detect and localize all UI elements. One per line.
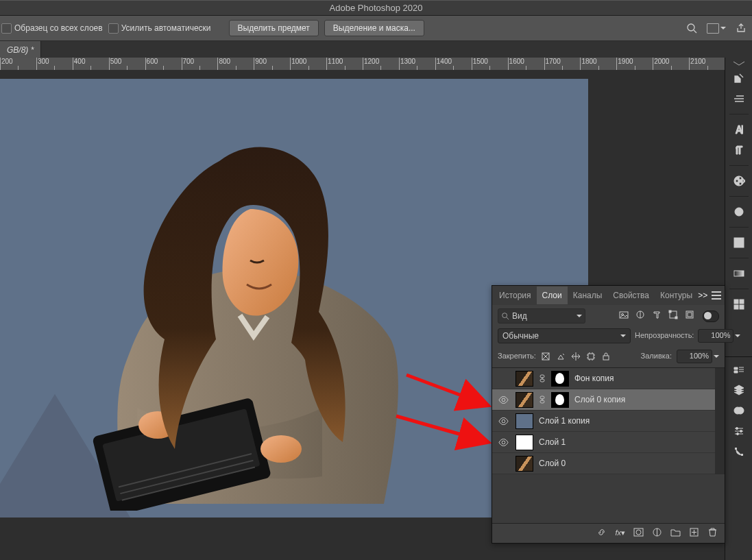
tab-channels[interactable]: Каналы bbox=[568, 287, 608, 304]
lock-artboard-icon[interactable] bbox=[586, 352, 596, 362]
collapse-panels-icon[interactable] bbox=[725, 60, 752, 67]
character-icon[interactable] bbox=[729, 120, 749, 139]
paragraph-icon[interactable] bbox=[729, 141, 749, 160]
blend-mode-select[interactable]: Обычные bbox=[498, 328, 631, 343]
swatches-icon[interactable] bbox=[729, 171, 749, 191]
visibility-toggle[interactable] bbox=[496, 416, 510, 426]
lock-position-icon[interactable] bbox=[571, 352, 581, 362]
document-tab[interactable]: GB/8) * bbox=[0, 41, 41, 59]
document-tab-label: GB/8) * bbox=[7, 45, 34, 55]
new-group-icon[interactable] bbox=[670, 527, 681, 539]
opacity-input[interactable]: 100% bbox=[698, 329, 740, 343]
brushes-icon[interactable] bbox=[729, 69, 749, 88]
gradient-icon[interactable] bbox=[729, 264, 749, 283]
checkbox-icon bbox=[1, 23, 12, 34]
collapse-panel-button[interactable]: >> bbox=[698, 291, 707, 300]
svg-point-15 bbox=[736, 428, 738, 430]
layer-thumbnail[interactable] bbox=[516, 371, 533, 387]
lock-image-icon[interactable] bbox=[556, 352, 566, 362]
svg-point-35 bbox=[502, 398, 505, 402]
delete-layer-icon[interactable] bbox=[707, 527, 718, 539]
photo-subject bbox=[75, 120, 425, 511]
layer-thumbnail[interactable] bbox=[516, 456, 533, 472]
layers-panel[interactable]: История Слои Каналы Свойства Контуры >> … bbox=[492, 285, 725, 544]
svg-rect-9 bbox=[734, 300, 738, 304]
layer-style-icon[interactable]: fx▾ bbox=[615, 528, 625, 537]
layers-stack-icon[interactable] bbox=[729, 380, 749, 400]
filter-type-icon[interactable] bbox=[652, 310, 662, 321]
layer-row[interactable]: Слой 1 bbox=[492, 432, 725, 453]
select-subject-button[interactable]: Выделить предмет bbox=[229, 20, 319, 36]
adjustment-layer-icon[interactable] bbox=[652, 527, 662, 539]
layer-thumbnail[interactable] bbox=[516, 413, 533, 429]
learn-icon[interactable] bbox=[729, 360, 749, 379]
visibility-toggle[interactable] bbox=[496, 374, 510, 384]
layer-thumbnail[interactable] bbox=[516, 392, 533, 408]
layer-thumbnail[interactable] bbox=[516, 435, 533, 450]
filter-smart-icon[interactable] bbox=[685, 310, 694, 321]
tab-properties[interactable]: Свойства bbox=[607, 287, 655, 304]
patterns-icon[interactable] bbox=[729, 295, 749, 314]
tab-history[interactable]: История bbox=[494, 287, 537, 304]
document-arrange-dropdown[interactable] bbox=[707, 23, 726, 34]
layer-name[interactable]: Слой 1 копия bbox=[539, 416, 590, 426]
layer-mask-thumbnail[interactable] bbox=[551, 392, 569, 408]
properties-icon[interactable] bbox=[729, 422, 749, 441]
layer-name[interactable]: Слой 0 копия bbox=[574, 395, 625, 404]
filter-adjust-icon[interactable] bbox=[635, 310, 645, 321]
svg-rect-10 bbox=[740, 300, 744, 304]
share-icon[interactable] bbox=[736, 23, 747, 34]
layer-row[interactable]: Фон копия bbox=[492, 368, 725, 389]
visibility-toggle[interactable] bbox=[496, 437, 510, 448]
visibility-toggle[interactable] bbox=[496, 395, 510, 405]
new-layer-icon[interactable] bbox=[689, 527, 699, 539]
paths-icon[interactable] bbox=[729, 442, 749, 461]
filter-shape-icon[interactable] bbox=[668, 310, 678, 321]
lock-transparency-icon[interactable] bbox=[541, 352, 551, 362]
auto-enhance-checkbox[interactable]: Усилить автоматически bbox=[108, 23, 211, 34]
svg-rect-7 bbox=[734, 238, 744, 247]
svg-rect-26 bbox=[675, 317, 677, 319]
sample-all-layers-checkbox[interactable]: Образец со всех слоев bbox=[1, 23, 103, 34]
svg-rect-12 bbox=[740, 305, 744, 309]
layer-name[interactable]: Фон копия bbox=[574, 374, 614, 383]
channels-icon[interactable] bbox=[729, 401, 749, 420]
grid-icon[interactable] bbox=[729, 233, 749, 252]
filter-pixel-icon[interactable] bbox=[619, 310, 629, 321]
tab-paths[interactable]: Контуры bbox=[655, 287, 698, 304]
layer-row[interactable]: Слой 1 копия bbox=[492, 411, 725, 432]
panel-menu-icon[interactable] bbox=[712, 291, 721, 300]
horizontal-ruler[interactable]: 2003004005006007008009001000110012001300… bbox=[0, 58, 725, 71]
search-icon[interactable] bbox=[686, 23, 697, 34]
filter-toggle[interactable] bbox=[703, 311, 719, 322]
layers-list[interactable]: Фон копияСлой 0 копияСлой 1 копияСлой 1С… bbox=[492, 367, 725, 523]
fill-label: Заливка: bbox=[641, 352, 672, 361]
sample-all-layers-label: Образец со всех слоев bbox=[14, 23, 103, 33]
lock-all-icon[interactable] bbox=[601, 352, 611, 362]
layer-name[interactable]: Слой 1 bbox=[539, 437, 566, 447]
svg-point-0 bbox=[688, 24, 694, 31]
link-layers-icon[interactable] bbox=[596, 527, 607, 539]
brush-settings-icon[interactable] bbox=[729, 89, 749, 108]
opacity-value: 100% bbox=[711, 331, 730, 340]
visibility-toggle[interactable] bbox=[496, 459, 510, 469]
link-icon[interactable] bbox=[539, 374, 546, 382]
svg-rect-5 bbox=[742, 125, 743, 134]
layer-name[interactable]: Слой 0 bbox=[539, 459, 566, 468]
svg-rect-30 bbox=[588, 354, 594, 359]
tab-layers[interactable]: Слои bbox=[537, 287, 568, 304]
select-and-mask-button[interactable]: Выделение и маска... bbox=[324, 20, 424, 36]
add-mask-icon[interactable] bbox=[633, 527, 644, 539]
layer-mask-thumbnail[interactable] bbox=[551, 371, 569, 387]
adjustments-icon[interactable] bbox=[729, 202, 749, 221]
svg-point-17 bbox=[736, 433, 738, 435]
layer-row[interactable]: Слой 0 копия bbox=[492, 389, 725, 411]
layers-empty-area bbox=[492, 474, 725, 523]
fill-input[interactable]: 100% bbox=[677, 350, 719, 363]
layer-row[interactable]: Слой 0 bbox=[492, 453, 725, 474]
layer-filter-kind[interactable]: Вид bbox=[498, 308, 585, 324]
svg-rect-8 bbox=[734, 271, 744, 276]
link-icon[interactable] bbox=[539, 395, 546, 404]
filter-kind-label: Вид bbox=[512, 311, 527, 321]
chevron-down-icon bbox=[577, 315, 582, 320]
